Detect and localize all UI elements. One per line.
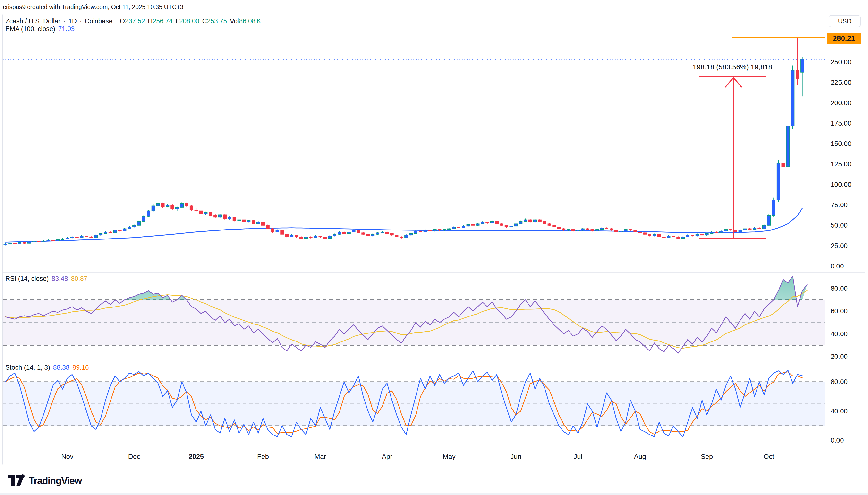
rsi-ma-value: 80.87 xyxy=(71,275,87,283)
stoch-legend[interactable]: Stoch (14, 1, 3) 88.38 89.16 xyxy=(5,364,89,371)
exchange-label: Coinbase xyxy=(85,17,112,25)
price-line-flag[interactable]: 280.21 xyxy=(827,33,861,44)
stoch-d-value: 89.16 xyxy=(72,364,89,371)
measure-annotation: 198.18 (583.56%) 19,818 xyxy=(693,63,772,71)
open-label: O237.52 xyxy=(120,17,145,25)
stoch-k-value: 88.38 xyxy=(53,364,70,371)
chart-canvas[interactable] xyxy=(0,0,868,495)
ema-value: 71.03 xyxy=(58,25,75,33)
ema-legend[interactable]: EMA (100, close) 71.03 xyxy=(5,25,74,33)
rsi-value: 83.48 xyxy=(52,275,68,283)
low-label: L208.00 xyxy=(176,17,199,25)
rsi-legend[interactable]: RSI (14, close) 83.48 80.87 xyxy=(5,275,87,283)
high-label: H256.74 xyxy=(148,17,173,25)
interval-label: 1D xyxy=(69,17,77,25)
tradingview-snapshot: crispus9 created with TradingView.com, O… xyxy=(0,0,868,495)
close-label: C253.75 xyxy=(202,17,227,25)
volume-label: Vol86.08 K xyxy=(230,17,261,25)
symbol-title: Zcash / U.S. Dollar xyxy=(5,17,60,25)
symbol-legend[interactable]: Zcash / U.S. Dollar · 1D · Coinbase O237… xyxy=(5,17,261,25)
